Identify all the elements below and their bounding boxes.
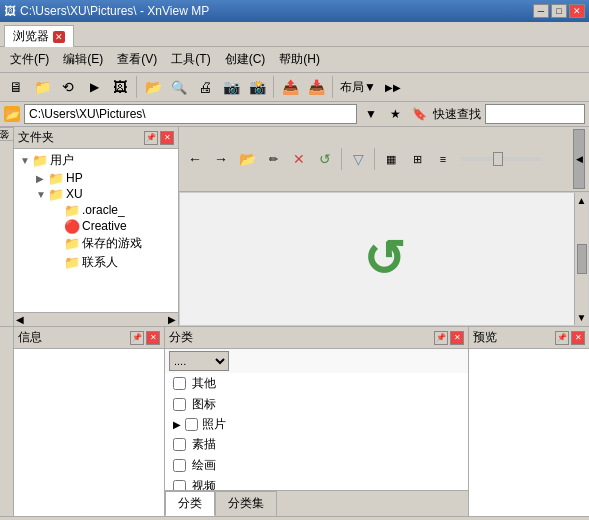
cat-item-other[interactable]: 其他 [165,373,468,394]
tb-open[interactable]: 📂 [141,75,165,99]
cat-expand-photo[interactable]: ▶ [173,419,181,430]
cat-check-sketch[interactable] [173,438,186,451]
preview-panel-pin[interactable]: 📌 [555,331,569,345]
sidebar-tab-1[interactable]: 标 [0,127,13,140]
tree-item-creative[interactable]: 🔴 Creative [16,218,176,234]
cat-item-sketch[interactable]: 素描 [165,434,468,455]
cat-check-icon[interactable] [173,398,186,411]
tab-close-button[interactable]: ✕ [53,31,65,43]
nav-viewmode2[interactable]: ⊞ [405,147,429,171]
file-tree[interactable]: ▼ 📁 用户 ▶ 📁 HP ▼ 📁 XU 📁 .oracle_ [14,149,178,312]
maximize-button[interactable]: □ [551,4,567,18]
cat-panel-close[interactable]: ✕ [450,331,464,345]
slider-thumb[interactable] [493,152,503,166]
addr-dropdown[interactable]: ▼ [361,104,381,124]
tree-item-contacts[interactable]: 📁 联系人 [16,253,176,272]
tree-label-hp: HP [66,171,83,185]
tree-item-hp[interactable]: ▶ 📁 HP [16,170,176,186]
tb-search[interactable]: 🔍 [167,75,191,99]
sidebar-tab-2[interactable]: 签 [0,140,13,153]
nav-refresh[interactable]: ↺ [313,147,337,171]
tb-upload[interactable]: 📤 [278,75,302,99]
addr-folder-icon: 📂 [4,106,20,122]
menu-edit[interactable]: 编辑(E) [57,49,109,70]
nav-sep [341,148,342,170]
cat-item-painting[interactable]: 绘画 [165,455,468,476]
menu-create[interactable]: 创建(C) [219,49,272,70]
minimize-button[interactable]: ─ [533,4,549,18]
menu-help[interactable]: 帮助(H) [273,49,326,70]
nav-back[interactable]: ← [183,147,207,171]
preview-panel-close[interactable]: ✕ [571,331,585,345]
tree-scroll-right[interactable]: ▶ [168,314,176,325]
tb-extra[interactable]: ▶▶ [381,75,405,99]
file-panel-title: 文件夹 [18,129,54,146]
browse-scrollbar[interactable]: ▲ ▼ [574,193,588,325]
tb-print[interactable]: 🖨 [193,75,217,99]
cat-item-icon[interactable]: 图标 [165,394,468,415]
cat-tab-categoryset[interactable]: 分类集 [215,491,277,516]
tb-camera2[interactable]: 📸 [245,75,269,99]
toggle-users[interactable]: ▼ [20,155,32,166]
tb-refresh[interactable]: ⟲ [56,75,80,99]
tb-camera1[interactable]: 📷 [219,75,243,99]
right-area: ← → 📂 ✏ ✕ ↺ ▽ ▦ ⊞ ≡ [179,127,589,326]
cat-select[interactable]: .... [169,351,229,371]
folder-icon-xu: 📁 [48,187,64,201]
file-panel-pin[interactable]: 📌 [144,131,158,145]
preview-panel-controls: 📌 ✕ [555,331,585,345]
tree-item-saved[interactable]: 📁 保存的游戏 [16,234,176,253]
cat-check-other[interactable] [173,377,186,390]
nav-viewmode1[interactable]: ▦ [379,147,403,171]
tree-scroll-nav: ◀ ▶ [14,312,178,326]
tb-monitor[interactable]: 🖥 [4,75,28,99]
tree-label-saved: 保存的游戏 [82,235,142,252]
tree-scroll-left[interactable]: ◀ [16,314,24,325]
toggle-xu[interactable]: ▼ [36,189,48,200]
menu-file[interactable]: 文件(F) [4,49,55,70]
status-bar: 0个 剩余磁盘空间: 10.55 GB [0,516,589,520]
browser-tab[interactable]: 浏览器 ✕ [4,25,74,47]
tb-image[interactable]: 🖼 [108,75,132,99]
menu-tools[interactable]: 工具(T) [165,49,216,70]
nav-viewmode3[interactable]: ≡ [431,147,455,171]
tree-item-xu[interactable]: ▼ 📁 XU [16,186,176,202]
cat-panel-pin[interactable]: 📌 [434,331,448,345]
file-panel-close[interactable]: ✕ [160,131,174,145]
tb-folder[interactable]: 📁 [30,75,54,99]
addr-bookmark[interactable]: 🔖 [409,104,429,124]
cat-panel-header: 分类 📌 ✕ [165,327,468,349]
toolbar-sep-1 [136,76,137,98]
tb-download[interactable]: 📥 [304,75,328,99]
toggle-hp[interactable]: ▶ [36,173,48,184]
cat-tab-category[interactable]: 分类 [165,491,215,516]
tab-label: 浏览器 [13,28,49,45]
nav-up[interactable]: 📂 [235,147,259,171]
info-panel-pin[interactable]: 📌 [130,331,144,345]
menu-view[interactable]: 查看(V) [111,49,163,70]
cat-check-video[interactable] [173,480,186,490]
address-input[interactable] [24,104,357,124]
layout-dropdown[interactable]: 布局 ▼ [337,75,379,99]
nav-edit[interactable]: ✏ [261,147,285,171]
title-bar-controls: ─ □ ✕ [533,4,585,18]
info-panel-close[interactable]: ✕ [146,331,160,345]
tb-forward[interactable]: ▶ [82,75,106,99]
cat-check-photo[interactable] [185,418,198,431]
cat-item-video[interactable]: 视频 [165,476,468,490]
tree-item-oracle[interactable]: 📁 .oracle_ [16,202,176,218]
nav-delete[interactable]: ✕ [287,147,311,171]
right-collapse[interactable]: ◀ [573,129,585,189]
close-button[interactable]: ✕ [569,4,585,18]
nav-forward[interactable]: → [209,147,233,171]
scroll-thumb[interactable] [577,244,587,274]
nav-filter[interactable]: ▽ [346,147,370,171]
search-input[interactable] [485,104,585,124]
search-label: 快速查找 [433,106,481,123]
scroll-up[interactable]: ▲ [575,193,589,208]
scroll-down[interactable]: ▼ [575,310,589,325]
addr-star[interactable]: ★ [385,104,405,124]
tree-item-users[interactable]: ▼ 📁 用户 [16,151,176,170]
zoom-slider[interactable] [461,157,541,161]
cat-check-painting[interactable] [173,459,186,472]
